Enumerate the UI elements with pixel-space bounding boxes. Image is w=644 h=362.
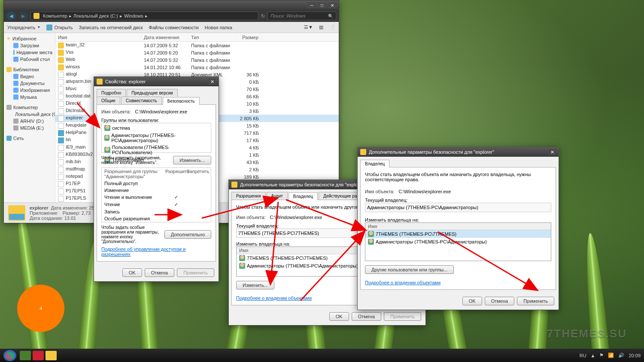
sidebar-item[interactable]: Загрузки (6, 42, 52, 49)
sidebar-item[interactable]: MEDIA (E:) (6, 125, 52, 131)
tab-prev[interactable]: Предыдущие версии (127, 89, 178, 97)
network-header[interactable]: Сеть (6, 136, 52, 141)
group-item[interactable]: система (103, 124, 210, 132)
sidebar-item[interactable]: Документы (6, 80, 52, 87)
sidebar-item[interactable]: Локальный диск (C:) (6, 111, 52, 118)
owner-item[interactable]: 7THEMES (7THEMES-PC\7THEMES) (365, 230, 551, 238)
change-hint: Чтобы изменить разрешения, нажмите кнопк… (101, 155, 173, 165)
apply-button[interactable]: Применить (517, 297, 554, 305)
owner-item[interactable]: Администраторы (7THEMES-PC\Администратор… (365, 238, 551, 246)
ok-button[interactable]: OK (462, 297, 482, 305)
tab-owner[interactable]: Владелец (289, 192, 318, 200)
file-row[interactable]: Web14.07.2009 5:32Папка с файлами (55, 56, 339, 64)
tab-owner[interactable]: Владелец (360, 160, 389, 167)
sidebar-item[interactable]: Изображения (6, 87, 52, 94)
close-button[interactable]: ✕ (548, 149, 556, 155)
file-row[interactable]: Vss14.07.2009 6:20Папка с файлами (55, 49, 339, 56)
owner-list[interactable]: Имя 7THEMES (7THEMES-PC\7THEMES) Админис… (365, 222, 551, 261)
taskbar-app[interactable] (46, 351, 57, 360)
file-row[interactable]: winsxs14.01.2012 10:46Папка с файлами (55, 64, 339, 71)
groups-list[interactable]: система Администраторы (7THEMES-PC\Админ… (101, 123, 211, 153)
other-users-button[interactable]: Другие пользователи или группы... (365, 265, 454, 274)
dialog-title: Дополнительные параметры безопасности дл… (369, 149, 494, 155)
help-link[interactable]: Подробнее о владении объектами (365, 280, 551, 285)
tab-row: Подробно Предыдущие версии Общие Совмест… (97, 89, 216, 105)
search-input[interactable]: Поиск: Windows (267, 12, 336, 20)
tab-audit[interactable]: Аудит (267, 192, 288, 200)
titlebar[interactable]: ─ □ ✕ (4, 0, 339, 10)
preview-pane-button[interactable]: ▥ (319, 24, 323, 30)
cancel-button[interactable]: Отмена (352, 312, 381, 321)
network-icon[interactable]: 📶 (608, 353, 614, 358)
tab-body: Чтобы стать владельцем объекта или назна… (360, 167, 556, 290)
dialog-title: Дополнительные параметры безопасности дл… (240, 182, 365, 187)
dialog-titlebar[interactable]: Дополнительные параметры безопасности дл… (358, 147, 559, 157)
favorites-header[interactable]: ★Избранное (6, 36, 52, 41)
tab-general[interactable]: Общие (97, 97, 120, 104)
forward-button[interactable]: ▶ (18, 12, 28, 20)
permissions-table: Разрешения для группы "Администраторы"Ра… (101, 167, 211, 222)
view-menu[interactable]: ☰▼ (304, 24, 313, 30)
action-center-icon[interactable]: ⚑ (599, 353, 604, 358)
tab-security[interactable]: Безопасность (163, 97, 200, 105)
system-tray[interactable]: RU ▲ ⚑ 📶 🔊 20:09 (580, 353, 641, 358)
help-button[interactable]: ❔ (329, 24, 335, 30)
newfolder-button[interactable]: Новая папка (205, 25, 232, 30)
taskbar-app[interactable] (33, 351, 44, 360)
burn-button[interactable]: Записать на оптический диск (79, 25, 143, 30)
taskbar-app[interactable] (20, 351, 31, 360)
breadcrumb[interactable]: Компьютер▸ Локальный диск (C:)▸ Windows▸ (30, 12, 258, 20)
open-button[interactable]: Открыть (46, 24, 73, 30)
breadcrumb-part[interactable]: Компьютер (43, 13, 67, 18)
folder-icon (33, 13, 39, 19)
sidebar-item[interactable]: Музыка (6, 94, 52, 100)
minimize-button[interactable]: ─ (307, 2, 316, 8)
change-owner-label: Изменить владельца на: (365, 217, 551, 222)
cancel-button[interactable]: Отмена (145, 268, 174, 277)
apply-button[interactable]: Применить (384, 312, 421, 321)
tab-detail[interactable]: Подробно (97, 89, 126, 97)
back-button[interactable]: ◀ (6, 12, 16, 20)
tab-compat[interactable]: Совместимость (121, 97, 162, 104)
sidebar-item[interactable]: Видео (6, 73, 52, 80)
computer-header[interactable]: Компьютер (6, 105, 52, 110)
permission-row: Чтение и выполнение✓ (102, 194, 211, 201)
sidebar-item[interactable]: ARHIV (D:) (6, 118, 52, 125)
compat-button[interactable]: Файлы совместимости (149, 25, 199, 30)
taskbar: RU ▲ ⚑ 📶 🔊 20:09 (0, 349, 644, 362)
close-button[interactable]: ✕ (208, 79, 216, 85)
close-button[interactable]: ✕ (328, 2, 337, 8)
intro-text: Чтобы стать владельцем объекта или назна… (365, 172, 551, 182)
cancel-button[interactable]: Отмена (485, 297, 514, 305)
breadcrumb-part[interactable]: Локальный диск (C:) (73, 13, 118, 18)
organize-menu[interactable]: Упорядочить▼ (7, 25, 40, 30)
volume-icon[interactable]: 🔊 (618, 353, 624, 358)
sidebar: ★Избранное Загрузки Недавние места Рабоч… (4, 33, 55, 202)
column-headers[interactable]: Имя Дата изменения Тип Размер (55, 33, 339, 42)
start-button[interactable] (3, 350, 16, 361)
ok-button[interactable]: OK (329, 312, 349, 321)
help-link[interactable]: Подробнее об управлении доступом и разре… (101, 246, 211, 257)
group-item[interactable]: Администраторы (7THEMES-PC\Администратор… (103, 132, 210, 144)
libraries-header[interactable]: Библиотеки (6, 67, 52, 72)
dialog-titlebar[interactable]: Свойства: explorer ✕ (94, 77, 219, 86)
advanced-button[interactable]: Дополнительно (164, 230, 211, 239)
file-icon (8, 205, 25, 221)
group-item[interactable]: Пользователи (7THEMES-PC\Пользователи) (103, 144, 210, 156)
nav-bar: ◀ ▶ Компьютер▸ Локальный диск (C:)▸ Wind… (4, 10, 339, 22)
ok-button[interactable]: OK (122, 268, 142, 277)
edit-button[interactable]: Изменить... (173, 156, 211, 164)
sidebar-item[interactable]: Недавние места (6, 49, 52, 56)
tab-permissions[interactable]: Разрешения (231, 192, 266, 200)
clock[interactable]: 20:09 (629, 353, 641, 358)
breadcrumb-part[interactable]: Windows (124, 13, 143, 18)
file-row[interactable]: twain_3214.07.2009 5:32Папка с файлами (55, 42, 339, 49)
current-owner-label: Текущий владелец: (365, 198, 551, 203)
edit-button[interactable]: Изменить... (236, 281, 274, 289)
maximize-button[interactable]: □ (317, 2, 327, 8)
sidebar-item[interactable]: Рабочий стол (6, 56, 52, 63)
permission-row: Чтение✓ (102, 201, 211, 208)
language-indicator[interactable]: RU (580, 353, 586, 358)
apply-button[interactable]: Применить (177, 268, 214, 277)
tray-up-icon[interactable]: ▲ (591, 353, 595, 358)
